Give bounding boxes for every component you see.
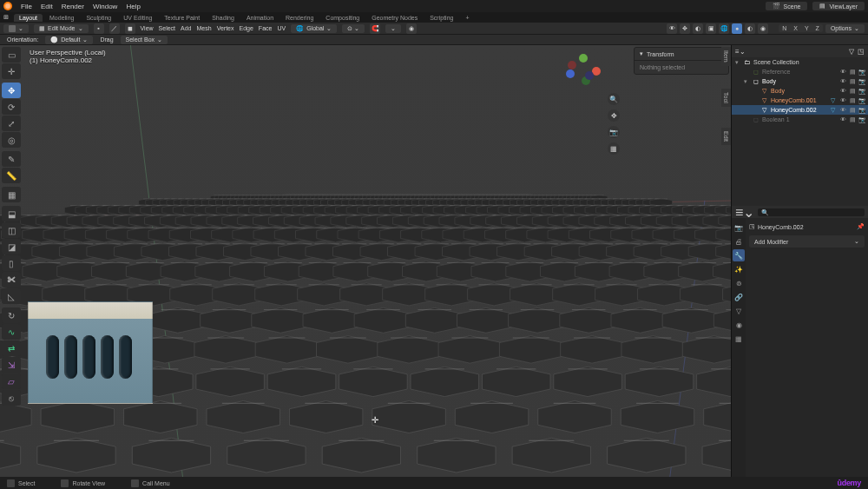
menu-add[interactable]: Add: [181, 25, 191, 31]
tab-modeling[interactable]: Modeling: [44, 14, 79, 22]
vtab-tool[interactable]: Tool: [721, 89, 731, 107]
tool-polybuild[interactable]: ◺: [2, 288, 21, 304]
axis-neg-x-icon[interactable]: [568, 61, 576, 69]
tab-add[interactable]: +: [460, 14, 474, 22]
face-select-icon[interactable]: ◼: [125, 23, 135, 34]
tab-sculpting[interactable]: Sculpting: [81, 14, 116, 22]
overlays-toggle-icon[interactable]: ◐: [693, 23, 703, 34]
outliner-row[interactable]: ◻Reference👁▤📷: [732, 67, 868, 76]
perspective-icon[interactable]: ▦: [608, 142, 620, 155]
tab-scripting[interactable]: Scripting: [424, 14, 458, 22]
tool-measure[interactable]: 📏: [2, 168, 21, 183]
ptab-constraints[interactable]: 🔗: [733, 291, 745, 303]
menu-uv[interactable]: UV: [277, 25, 286, 31]
tool-knife[interactable]: ✀: [2, 272, 21, 287]
ptab-texture[interactable]: ▦: [733, 333, 745, 345]
tab-geonodes[interactable]: Geometry Nodes: [366, 14, 423, 22]
menu-render[interactable]: Render: [62, 3, 84, 10]
viewlayer-selector[interactable]: ▤ViewLayer: [812, 2, 865, 10]
tool-addcube[interactable]: ▦: [2, 187, 21, 202]
tab-uv[interactable]: UV Editing: [118, 14, 157, 22]
tool-shear[interactable]: ▱: [2, 373, 21, 389]
menu-select[interactable]: Select: [159, 25, 175, 31]
menu-window[interactable]: Window: [93, 3, 117, 10]
3d-viewport[interactable]: ▭ ✛ ✥ ⟳ ⤢ ◎ ✎ 📏 ▦ ⬓ ◫ ◪ ▯ ✀ ◺ ↻ ∿ ⇄ ⇲ ▱ …: [0, 45, 731, 477]
menu-edge[interactable]: Edge: [240, 25, 253, 31]
outliner-row[interactable]: ▽HoneyComb.002▽👁▤📷: [732, 105, 868, 115]
select-mode-dropdown[interactable]: Select Box ⌄: [121, 36, 168, 44]
ptab-output[interactable]: 🖨: [733, 235, 745, 248]
mesh-visibility-icon[interactable]: 👁: [667, 23, 677, 34]
axis-z-icon[interactable]: [566, 69, 575, 78]
shading-matprev-icon[interactable]: ◐: [745, 23, 755, 34]
tool-transform[interactable]: ◎: [2, 132, 21, 148]
mode-dropdown[interactable]: ▦Edit Mode ⌄: [34, 24, 89, 33]
edge-select-icon[interactable]: ／: [109, 23, 120, 34]
proportional-toggle[interactable]: ◉: [406, 23, 417, 34]
tab-compositing[interactable]: Compositing: [320, 14, 365, 22]
tab-rendering[interactable]: Rendering: [280, 14, 319, 22]
vertex-select-icon[interactable]: ▪: [94, 23, 104, 34]
ptab-data[interactable]: ▽: [733, 305, 745, 317]
outliner-type-icon[interactable]: ≡⌄: [735, 48, 746, 56]
navigation-gizmo[interactable]: [566, 54, 601, 89]
ptab-render[interactable]: 📷: [733, 221, 745, 234]
ptab-modifier[interactable]: 🔧: [733, 249, 745, 261]
ptab-material[interactable]: ◉: [733, 319, 745, 331]
tab-texturepaint[interactable]: Texture Paint: [159, 14, 205, 22]
ptab-particles[interactable]: ✨: [733, 263, 745, 275]
tool-cursor[interactable]: ✛: [2, 63, 21, 79]
menu-view[interactable]: View: [141, 25, 154, 31]
outliner-row[interactable]: ◻Boolean 1👁▤📷: [732, 115, 868, 124]
orientation-value[interactable]: ⚪ Default ⌄: [45, 36, 93, 44]
shading-wire-icon[interactable]: 🌐: [719, 23, 729, 34]
editor-type-dropdown[interactable]: ⌄: [3, 24, 29, 33]
tool-spin[interactable]: ↻: [2, 307, 21, 323]
filter-icon[interactable]: ▽: [849, 48, 854, 56]
outliner-row[interactable]: ▽Body👁▤📷: [732, 86, 868, 96]
shading-solid-icon[interactable]: ●: [732, 23, 742, 34]
axis-y-icon[interactable]: [579, 54, 588, 63]
shading-rendered-icon[interactable]: ◉: [758, 23, 768, 34]
axis-lock-group[interactable]: NXYZ: [779, 24, 823, 32]
tool-inset[interactable]: ◫: [2, 222, 21, 238]
axis-neg-z-icon[interactable]: [585, 71, 594, 80]
outliner-row[interactable]: ▾◻Body👁▤📷: [732, 76, 868, 86]
add-modifier-button[interactable]: Add Modifier⌄: [749, 235, 865, 248]
tool-smooth[interactable]: ∿: [2, 324, 21, 340]
transform-orientation[interactable]: 🌐 Global ⌄: [291, 24, 337, 33]
new-collection-icon[interactable]: ◳: [858, 48, 865, 56]
xray-toggle-icon[interactable]: ▣: [706, 23, 716, 34]
tool-shrink[interactable]: ⇲: [2, 357, 21, 373]
pivot-dropdown[interactable]: ⊙ ⌄: [342, 24, 365, 33]
tool-scale[interactable]: ⤢: [2, 116, 21, 131]
menu-vertex[interactable]: Vertex: [217, 25, 234, 31]
tool-move[interactable]: ✥: [2, 83, 21, 98]
outliner-scene-collection[interactable]: ▾🗀 Scene Collection: [732, 57, 868, 67]
chevron-down-icon[interactable]: ▾: [640, 50, 643, 57]
tool-rotate[interactable]: ⟳: [2, 99, 21, 115]
tab-animation[interactable]: Animation: [241, 14, 279, 22]
outliner[interactable]: ≡⌄ ▽ ◳ ▾🗀 Scene Collection ◻Reference👁▤📷…: [732, 45, 868, 206]
vtab-view[interactable]: Edit: [721, 128, 731, 145]
tool-edgeslide[interactable]: ⇄: [2, 340, 21, 356]
outliner-search-input[interactable]: [758, 208, 865, 216]
outliner-row[interactable]: ▽HoneyComb.001▽👁▤📷: [732, 96, 868, 105]
vtab-item[interactable]: Item: [721, 47, 731, 66]
snap-dropdown[interactable]: ⌄: [385, 24, 401, 33]
tab-layout[interactable]: Layout: [14, 14, 43, 22]
zoom-icon[interactable]: 🔍: [608, 93, 620, 105]
ptab-physics[interactable]: ⊚: [733, 277, 745, 289]
tool-extrude[interactable]: ⬓: [2, 206, 21, 221]
tool-annotate[interactable]: ✎: [2, 151, 21, 167]
tool-select-tweak[interactable]: ▭: [2, 47, 21, 63]
menu-help[interactable]: Help: [126, 3, 140, 10]
snap-toggle[interactable]: 🧲: [370, 23, 380, 34]
options-dropdown[interactable]: Options ⌄: [825, 24, 865, 33]
scene-selector[interactable]: 🎬Scene: [766, 2, 808, 10]
menu-edit[interactable]: Edit: [41, 3, 53, 10]
tab-shading[interactable]: Shading: [207, 14, 240, 22]
reference-image[interactable]: [28, 301, 153, 404]
tool-loopcut[interactable]: ▯: [2, 255, 21, 271]
menu-face[interactable]: Face: [259, 25, 273, 31]
